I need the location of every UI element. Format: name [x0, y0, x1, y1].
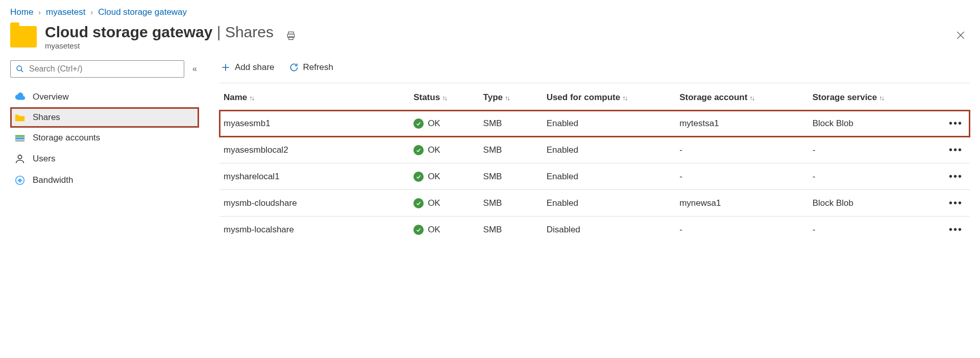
cell-type: SMB	[479, 217, 543, 243]
cell-account: mynewsa1	[675, 190, 808, 217]
sidebar-item-label: Shares	[33, 112, 60, 123]
cell-service: -	[808, 217, 935, 243]
sidebar-item-label: Bandwidth	[33, 175, 73, 185]
cell-name[interactable]: myasesmblocal2	[219, 137, 409, 163]
sort-icon: ↑↓	[749, 94, 754, 102]
cell-name[interactable]: myasesmb1	[219, 110, 409, 137]
cell-account: -	[675, 217, 808, 243]
page-title-suffix: Shares	[225, 23, 274, 40]
sidebar: « Overview Shares Storage accounts Users	[10, 60, 204, 243]
close-button[interactable]	[951, 26, 970, 47]
svg-rect-2	[289, 36, 293, 39]
column-header-compute[interactable]: Used for compute↑↓	[543, 83, 676, 110]
main-content: Add share Refresh Name↑↓ Status↑↓ Type↑↓…	[204, 60, 970, 243]
cell-name[interactable]: mysmb-localshare	[219, 217, 409, 243]
cell-type: SMB	[479, 163, 543, 190]
cell-status: OK	[409, 217, 479, 243]
ok-icon	[413, 225, 424, 235]
cell-compute: Enabled	[543, 110, 676, 137]
cell-compute: Enabled	[543, 163, 676, 190]
print-button[interactable]	[282, 27, 300, 47]
svg-point-12	[19, 181, 20, 182]
breadcrumb: Home › myasetest › Cloud storage gateway	[10, 7, 970, 17]
cell-service: Block Blob	[808, 110, 935, 137]
refresh-icon	[289, 62, 299, 73]
breadcrumb-link-home[interactable]: Home	[10, 7, 33, 17]
cell-status: OK	[409, 163, 479, 190]
svg-point-5	[17, 66, 21, 70]
cell-status: OK	[409, 110, 479, 137]
breadcrumb-link-resource[interactable]: myasetest	[46, 7, 85, 17]
svg-rect-7	[15, 135, 24, 137]
table-row[interactable]: mysmb-cloudshareOKSMBEnabledmynewsa1Bloc…	[219, 190, 970, 217]
plus-icon	[220, 62, 231, 73]
row-more-button[interactable]: •••	[946, 170, 966, 183]
cell-account: -	[675, 137, 808, 163]
cell-name[interactable]: mysharelocal1	[219, 163, 409, 190]
column-header-account[interactable]: Storage account↑↓	[675, 83, 808, 110]
svg-point-10	[18, 155, 21, 159]
page-title: Cloud storage gateway | Shares	[45, 23, 274, 40]
sort-icon: ↑↓	[879, 94, 884, 102]
sidebar-item-bandwidth[interactable]: Bandwidth	[10, 170, 199, 191]
add-share-button[interactable]: Add share	[219, 60, 276, 75]
table-row[interactable]: mysharelocal1OKSMBEnabled--•••	[219, 163, 970, 190]
chevron-right-icon: ›	[91, 8, 93, 16]
ok-icon	[413, 118, 424, 129]
row-more-button[interactable]: •••	[946, 116, 966, 130]
cloud-icon	[14, 92, 26, 102]
cell-compute: Enabled	[543, 190, 676, 217]
user-icon	[14, 153, 26, 164]
sidebar-item-users[interactable]: Users	[10, 148, 199, 170]
cell-name[interactable]: mysmb-cloudshare	[219, 190, 409, 217]
page-title-sep: |	[212, 23, 225, 40]
svg-rect-8	[15, 137, 24, 139]
column-header-service[interactable]: Storage service↑↓	[808, 83, 935, 110]
chevron-right-icon: ›	[38, 8, 41, 16]
cell-account: mytestsa1	[675, 110, 808, 137]
svg-rect-9	[15, 140, 24, 142]
cell-type: SMB	[479, 110, 543, 137]
page-title-main: Cloud storage gateway	[45, 23, 212, 40]
cell-compute: Disabled	[543, 217, 676, 243]
row-more-button[interactable]: •••	[946, 196, 966, 210]
folder-icon	[14, 113, 26, 122]
table-row[interactable]: mysmb-localshareOKSMBDisabled--•••	[219, 217, 970, 243]
cell-service: Block Blob	[808, 190, 935, 217]
sidebar-item-shares[interactable]: Shares	[10, 107, 199, 128]
bandwidth-icon	[14, 175, 26, 186]
ok-icon	[413, 198, 424, 208]
sort-icon: ↑↓	[622, 94, 627, 102]
row-more-button[interactable]: •••	[946, 223, 966, 236]
cell-service: -	[808, 137, 935, 163]
ok-icon	[413, 172, 424, 182]
table-row[interactable]: myasesmb1OKSMBEnabledmytestsa1Block Blob…	[219, 110, 970, 137]
search-box[interactable]	[10, 60, 184, 78]
shares-table: Name↑↓ Status↑↓ Type↑↓ Used for compute↑…	[219, 83, 970, 243]
ok-icon	[413, 145, 424, 155]
column-header-status[interactable]: Status↑↓	[409, 83, 479, 110]
folder-icon	[10, 26, 37, 47]
breadcrumb-link-section[interactable]: Cloud storage gateway	[98, 7, 187, 17]
column-header-name[interactable]: Name↑↓	[219, 83, 409, 110]
sidebar-item-overview[interactable]: Overview	[10, 87, 199, 107]
page-subtitle: myasetest	[45, 41, 274, 50]
cell-status: OK	[409, 190, 479, 217]
row-more-button[interactable]: •••	[946, 143, 966, 157]
command-bar: Add share Refresh	[219, 60, 970, 83]
search-input[interactable]	[28, 64, 179, 74]
sort-icon: ↑↓	[249, 94, 254, 102]
collapse-sidebar-button[interactable]: «	[190, 62, 199, 76]
refresh-button[interactable]: Refresh	[288, 60, 335, 75]
refresh-label: Refresh	[303, 62, 334, 73]
cell-type: SMB	[479, 137, 543, 163]
cell-service: -	[808, 163, 935, 190]
column-header-type[interactable]: Type↑↓	[479, 83, 543, 110]
cell-type: SMB	[479, 190, 543, 217]
sidebar-item-label: Overview	[33, 92, 69, 102]
table-row[interactable]: myasesmblocal2OKSMBEnabled--•••	[219, 137, 970, 163]
sort-icon: ↑↓	[505, 94, 509, 102]
sort-icon: ↑↓	[442, 94, 447, 102]
page-header: Cloud storage gateway | Shares myasetest	[10, 23, 970, 50]
sidebar-item-storage-accounts[interactable]: Storage accounts	[10, 128, 199, 148]
